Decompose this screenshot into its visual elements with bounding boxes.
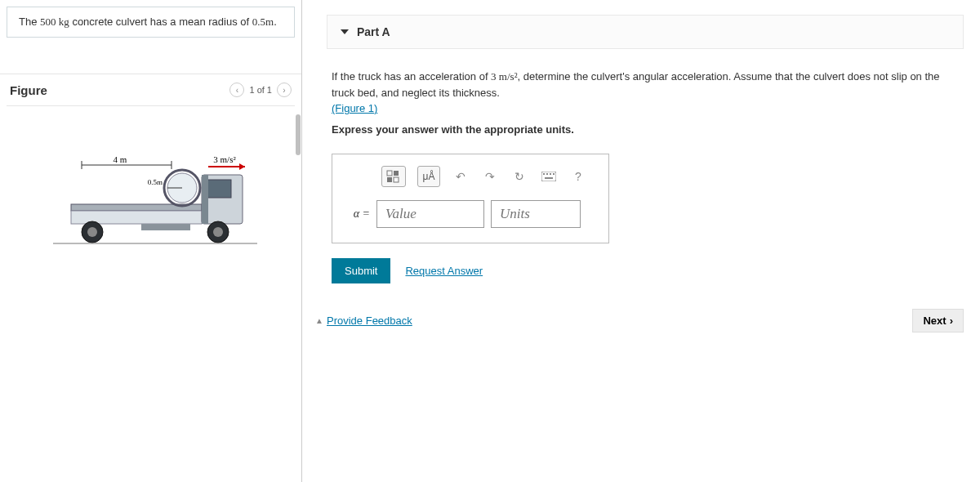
svg-rect-8 [207, 180, 231, 198]
units-input[interactable] [491, 200, 581, 228]
svg-rect-22 [394, 177, 399, 182]
part-title: Part A [357, 25, 390, 38]
svg-point-14 [87, 227, 97, 237]
svg-rect-28 [545, 177, 553, 179]
truck-diagram: 4 m 3 m/s² 0.5m [37, 155, 265, 261]
template-button[interactable] [381, 166, 406, 187]
radius-label: 0.5m [147, 178, 162, 186]
help-icon[interactable]: ? [569, 167, 587, 185]
redo-icon[interactable]: ↷ [481, 167, 499, 185]
collapse-caret-icon [341, 29, 349, 34]
svg-rect-24 [543, 173, 545, 175]
instructions: If the truck has an acceleration of 3 m/… [332, 69, 964, 137]
figure-body: 4 m 3 m/s² 0.5m [0, 114, 301, 278]
figure-title: Figure [10, 83, 47, 97]
submit-button[interactable]: Submit [332, 258, 390, 283]
alpha-label: α = [345, 208, 370, 221]
accel-label: 3 m/s² [213, 155, 236, 164]
reset-icon[interactable]: ↻ [510, 167, 528, 185]
units-button[interactable]: μÅ [417, 166, 440, 187]
svg-rect-25 [546, 173, 548, 175]
next-button[interactable]: Next › [912, 309, 964, 332]
svg-point-16 [213, 227, 223, 237]
chevron-right-icon: › [950, 315, 953, 327]
request-answer-link[interactable]: Request Answer [405, 265, 483, 277]
undo-icon[interactable]: ↶ [452, 167, 470, 185]
svg-rect-19 [387, 171, 392, 176]
keyboard-icon[interactable] [540, 167, 558, 185]
collapse-icon[interactable]: ▲ [315, 316, 323, 325]
svg-rect-17 [141, 224, 190, 230]
length-label: 4 m [113, 155, 127, 164]
svg-rect-26 [550, 173, 551, 175]
figure-prev-button[interactable]: ‹ [229, 83, 244, 97]
figure-link[interactable]: (Figure 1) [332, 102, 377, 114]
svg-marker-4 [239, 163, 245, 170]
svg-rect-20 [394, 171, 399, 176]
problem-statement: The 500 kg concrete culvert has a mean r… [7, 7, 295, 38]
svg-rect-23 [541, 172, 556, 181]
svg-rect-27 [553, 173, 555, 175]
provide-feedback-link[interactable]: Provide Feedback [327, 315, 412, 327]
figure-next-button[interactable]: › [277, 83, 292, 97]
scrollbar-handle[interactable] [296, 114, 301, 155]
part-header[interactable]: Part A [327, 15, 964, 49]
figure-pager: ‹ 1 of 1 › [229, 83, 292, 97]
svg-rect-9 [202, 175, 208, 224]
value-input[interactable] [376, 200, 484, 228]
svg-rect-21 [387, 177, 392, 182]
answer-box: μÅ ↶ ↷ ↻ ? α = [332, 154, 609, 243]
